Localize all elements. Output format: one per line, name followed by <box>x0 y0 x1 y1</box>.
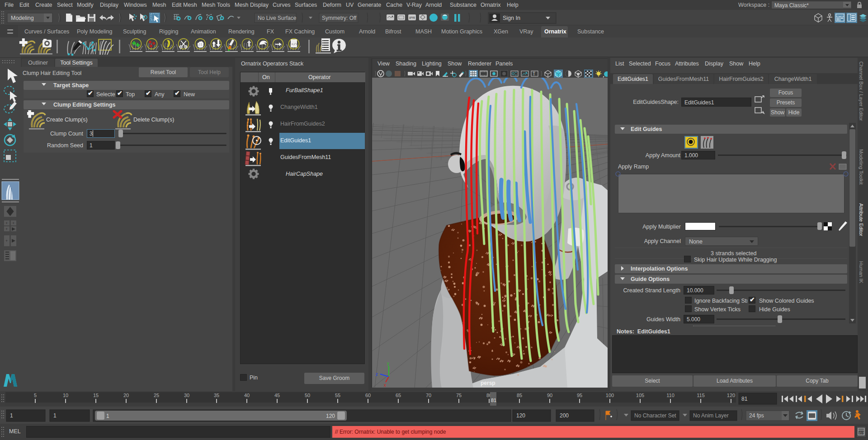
svg-text:1: 1 <box>53 412 57 419</box>
svg-text:10: 10 <box>63 393 68 398</box>
svg-text:persp: persp <box>481 380 495 386</box>
svg-text:120: 120 <box>516 412 525 419</box>
svg-text:15: 15 <box>93 393 99 398</box>
svg-text:24 fps: 24 fps <box>749 412 764 419</box>
svg-text:5: 5 <box>34 393 37 398</box>
svg-text:No Live Surface: No Live Surface <box>258 15 297 21</box>
svg-text:1: 1 <box>106 413 109 419</box>
svg-text:+: + <box>5 239 8 243</box>
svg-text:35: 35 <box>214 393 219 398</box>
svg-text:90: 90 <box>547 393 552 398</box>
svg-text:75: 75 <box>456 393 462 398</box>
svg-text:55: 55 <box>335 393 340 398</box>
svg-text:+: + <box>5 221 8 225</box>
svg-text:81: 81 <box>741 396 748 402</box>
svg-text:x: x <box>384 383 386 388</box>
svg-text:70: 70 <box>426 393 431 398</box>
svg-text:+: + <box>12 221 14 225</box>
svg-text:85: 85 <box>517 393 522 398</box>
svg-text:1: 1 <box>10 412 13 419</box>
svg-text:81: 81 <box>491 398 496 403</box>
svg-text:y: y <box>387 361 389 366</box>
svg-text:105: 105 <box>636 393 644 398</box>
svg-text:Symmetry: Off: Symmetry: Off <box>322 15 357 21</box>
svg-text:z: z <box>376 372 378 377</box>
svg-text:95: 95 <box>577 393 582 398</box>
svg-text:</>: </> <box>292 42 298 46</box>
svg-text:30: 30 <box>184 393 189 398</box>
svg-text:120: 120 <box>326 413 335 419</box>
svg-text:20: 20 <box>123 393 129 398</box>
svg-text:IPR: IPR <box>409 16 415 20</box>
svg-text:No Character Set: No Character Set <box>634 412 676 419</box>
svg-text:60: 60 <box>365 393 371 398</box>
svg-text:Sign In: Sign In <box>503 15 520 21</box>
svg-text:25: 25 <box>154 393 159 398</box>
svg-text:50: 50 <box>305 393 310 398</box>
svg-text:45: 45 <box>274 393 280 398</box>
svg-text:40: 40 <box>244 393 250 398</box>
svg-text:100: 100 <box>606 393 614 398</box>
svg-text:115: 115 <box>697 393 705 398</box>
svg-text:T: T <box>533 71 535 76</box>
svg-text:110: 110 <box>666 393 675 398</box>
svg-text:No Anim Layer: No Anim Layer <box>693 412 729 419</box>
svg-text:Modeling: Modeling <box>11 15 34 21</box>
svg-text:120: 120 <box>727 393 735 398</box>
svg-text:+: + <box>5 227 8 231</box>
svg-text:200: 200 <box>560 412 569 419</box>
svg-text:65: 65 <box>396 393 401 398</box>
svg-text:{;}: {;} <box>859 431 865 435</box>
